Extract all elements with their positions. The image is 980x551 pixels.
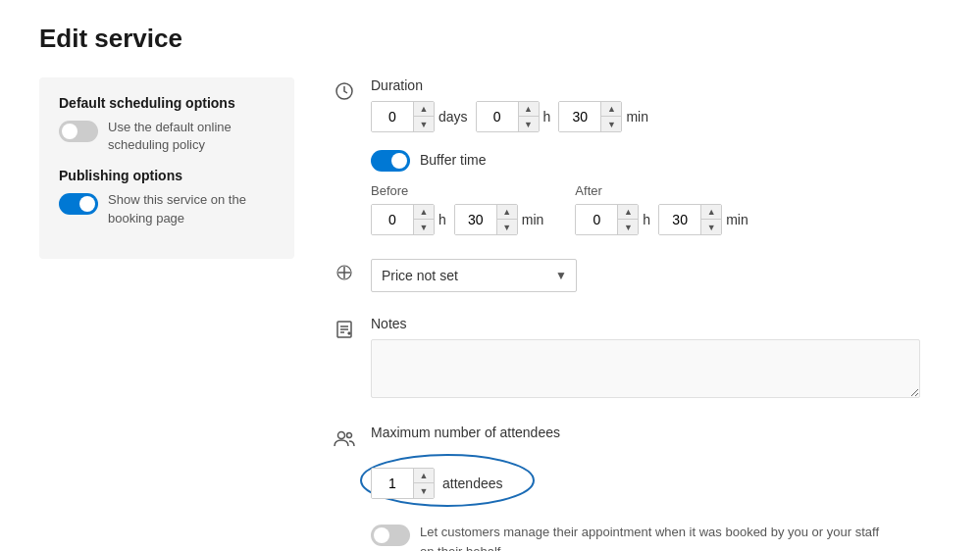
right-panel: Duration 0 ▲ ▼ days bbox=[334, 77, 941, 551]
after-min-label: min bbox=[726, 212, 748, 227]
days-down-btn[interactable]: ▼ bbox=[414, 117, 434, 131]
hours-arrows: ▲ ▼ bbox=[518, 102, 539, 131]
attendees-unit: attendees bbox=[442, 476, 503, 491]
attendees-content: Maximum number of attendees 1 ▲ ▼ bbox=[371, 425, 941, 551]
notes-label: Notes bbox=[371, 316, 941, 331]
hours-input[interactable]: 0 bbox=[477, 102, 518, 131]
after-min-input[interactable]: 30 bbox=[659, 205, 700, 234]
notes-icon bbox=[334, 320, 355, 344]
before-min-arrows: ▲ ▼ bbox=[496, 205, 517, 234]
hours-label: h bbox=[543, 109, 551, 125]
after-hours-spinner[interactable]: 0 ▲ ▼ bbox=[575, 204, 639, 235]
after-h-label: h bbox=[643, 212, 650, 227]
minutes-arrows: ▲ ▼ bbox=[600, 102, 621, 131]
attendees-section: Maximum number of attendees 1 ▲ ▼ bbox=[334, 425, 941, 551]
price-dropdown[interactable]: Price not set Free Starting at Fixed pri… bbox=[371, 259, 577, 292]
customers-toggle-slider bbox=[371, 525, 410, 546]
notes-textarea[interactable] bbox=[371, 339, 920, 398]
attendees-input[interactable]: 1 bbox=[372, 469, 413, 498]
attendees-icon bbox=[334, 428, 355, 455]
scheduling-toggle-row: Use the default online scheduling policy bbox=[59, 119, 275, 154]
publishing-toggle-row: Show this service on the booking page bbox=[59, 191, 275, 226]
before-min-spinner[interactable]: 30 ▲ ▼ bbox=[454, 204, 518, 235]
scheduling-section-title: Default scheduling options bbox=[59, 95, 275, 111]
minutes-input[interactable]: 30 bbox=[559, 102, 600, 131]
after-hours-group: 0 ▲ ▼ h bbox=[575, 204, 650, 235]
clock-icon bbox=[334, 81, 355, 106]
days-arrows: ▲ ▼ bbox=[413, 102, 434, 131]
days-spinner[interactable]: 0 ▲ ▼ bbox=[371, 101, 435, 132]
buffer-label: Buffer time bbox=[420, 152, 486, 168]
svg-point-9 bbox=[347, 433, 352, 438]
before-hours-input[interactable]: 0 bbox=[372, 205, 413, 234]
hours-down-btn[interactable]: ▼ bbox=[519, 117, 539, 131]
publishing-toggle-slider bbox=[59, 193, 98, 215]
notes-section: Notes bbox=[334, 316, 941, 401]
before-min-input[interactable]: 30 bbox=[455, 205, 496, 234]
before-hours-up[interactable]: ▲ bbox=[414, 205, 434, 220]
attendees-down[interactable]: ▼ bbox=[414, 483, 434, 498]
attendees-arrows: ▲ ▼ bbox=[413, 469, 434, 498]
page-title: Edit service bbox=[39, 24, 941, 54]
attendees-spinner[interactable]: 1 ▲ ▼ bbox=[371, 468, 435, 499]
price-icon bbox=[334, 263, 355, 287]
buffer-toggle-slider bbox=[371, 150, 410, 172]
price-section: Price not set Free Starting at Fixed pri… bbox=[334, 259, 941, 292]
hours-spinner-group: 0 ▲ ▼ h bbox=[476, 101, 551, 132]
days-label: days bbox=[438, 109, 468, 125]
after-hours-down[interactable]: ▼ bbox=[618, 220, 638, 234]
days-up-btn[interactable]: ▲ bbox=[414, 102, 434, 117]
scheduling-toggle-slider bbox=[59, 121, 98, 142]
before-hours-group: 0 ▲ ▼ h bbox=[371, 204, 446, 235]
after-group: After 0 ▲ ▼ h bbox=[575, 183, 748, 235]
before-hours-down[interactable]: ▼ bbox=[414, 220, 434, 234]
after-hours-arrows: ▲ ▼ bbox=[617, 205, 638, 234]
attendees-highlight: 1 ▲ ▼ attendees bbox=[371, 452, 521, 507]
after-hours-input[interactable]: 0 bbox=[576, 205, 617, 234]
days-input[interactable]: 0 bbox=[372, 102, 413, 131]
minutes-spinner[interactable]: 30 ▲ ▼ bbox=[558, 101, 622, 132]
before-min-label: min bbox=[522, 212, 544, 227]
after-min-up[interactable]: ▲ bbox=[701, 205, 721, 220]
publishing-toggle-label: Show this service on the booking page bbox=[108, 191, 275, 226]
after-min-group: 30 ▲ ▼ min bbox=[658, 204, 748, 235]
minutes-down-btn[interactable]: ▼ bbox=[601, 117, 621, 131]
price-content: Price not set Free Starting at Fixed pri… bbox=[371, 259, 941, 292]
after-min-down[interactable]: ▼ bbox=[701, 220, 721, 234]
duration-row: 0 ▲ ▼ days 0 ▲ bbox=[371, 101, 941, 132]
before-min-down[interactable]: ▼ bbox=[497, 220, 517, 234]
left-panel: Default scheduling options Use the defau… bbox=[39, 77, 294, 259]
after-hours-up[interactable]: ▲ bbox=[618, 205, 638, 220]
duration-content: Duration 0 ▲ ▼ days bbox=[371, 77, 941, 235]
attendees-up[interactable]: ▲ bbox=[414, 469, 434, 483]
before-group: Before 0 ▲ ▼ h bbox=[371, 183, 543, 235]
after-label: After bbox=[575, 183, 748, 198]
before-label: Before bbox=[371, 183, 543, 198]
attendees-row: 1 ▲ ▼ attendees bbox=[371, 468, 503, 499]
notes-content: Notes bbox=[371, 316, 941, 401]
customers-toggle-row: Let customers manage their appointment w… bbox=[371, 523, 881, 551]
before-min-up[interactable]: ▲ bbox=[497, 205, 517, 220]
publishing-section-title: Publishing options bbox=[59, 168, 275, 183]
before-hours-spinner[interactable]: 0 ▲ ▼ bbox=[371, 204, 435, 235]
hours-spinner[interactable]: 0 ▲ ▼ bbox=[476, 101, 540, 132]
customers-label: Let customers manage their appointment w… bbox=[420, 523, 881, 551]
customers-toggle[interactable] bbox=[371, 525, 410, 546]
after-min-spinner[interactable]: 30 ▲ ▼ bbox=[658, 204, 722, 235]
buffer-toggle[interactable] bbox=[371, 150, 410, 172]
duration-label: Duration bbox=[371, 77, 941, 93]
after-min-arrows: ▲ ▼ bbox=[700, 205, 721, 234]
before-min-group: 30 ▲ ▼ min bbox=[454, 204, 544, 235]
svg-point-8 bbox=[338, 432, 345, 439]
before-h-label: h bbox=[438, 212, 446, 227]
minutes-spinner-group: 30 ▲ ▼ min bbox=[558, 101, 648, 132]
before-hours-arrows: ▲ ▼ bbox=[413, 205, 434, 234]
scheduling-toggle-label: Use the default online scheduling policy bbox=[108, 119, 275, 154]
attendees-label: Maximum number of attendees bbox=[371, 425, 941, 440]
days-spinner-group: 0 ▲ ▼ days bbox=[371, 101, 468, 132]
scheduling-toggle[interactable] bbox=[59, 121, 98, 142]
publishing-toggle[interactable] bbox=[59, 193, 98, 215]
minutes-up-btn[interactable]: ▲ bbox=[601, 102, 621, 117]
price-select[interactable]: Price not set Free Starting at Fixed pri… bbox=[371, 259, 577, 292]
hours-up-btn[interactable]: ▲ bbox=[519, 102, 539, 117]
